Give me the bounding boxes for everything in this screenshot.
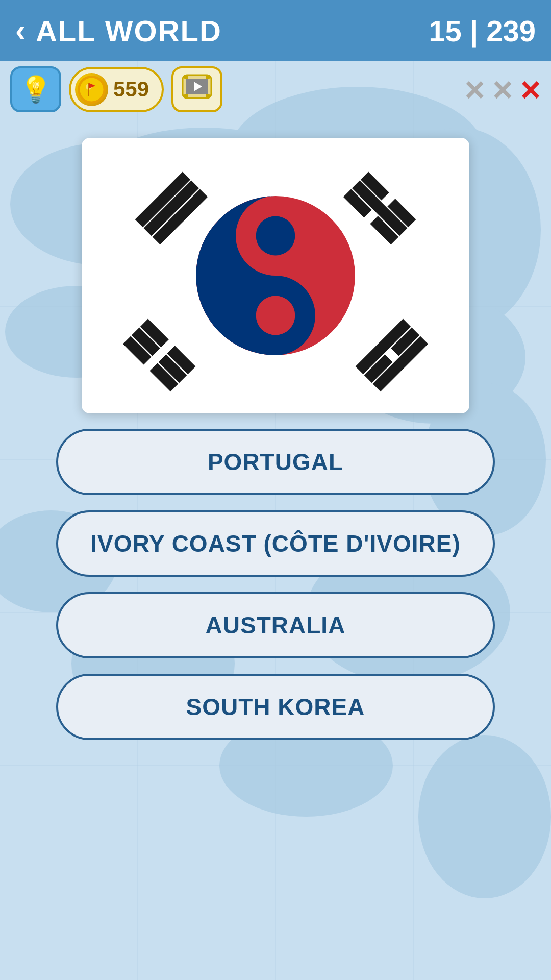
svg-rect-22 <box>88 83 89 96</box>
lightbulb-icon: 💡 <box>20 75 52 104</box>
answer-text-4: SOUTH KOREA <box>186 693 365 721</box>
header: ‹ ALL WORLD 15 | 239 <box>0 0 551 61</box>
main-content: PORTUGAL IVORY COAST (CÔTE D'IVOIRE) AUS… <box>0 117 551 761</box>
life-2: × <box>493 72 513 107</box>
film-icon <box>182 72 212 107</box>
answer-button-4[interactable]: SOUTH KOREA <box>56 674 495 740</box>
svg-point-51 <box>256 216 295 256</box>
page-title: ALL WORLD <box>36 14 222 48</box>
score-separator: | <box>470 14 486 47</box>
lives-section: × × × <box>465 72 541 107</box>
coins-count: 559 <box>113 77 149 102</box>
answer-button-3[interactable]: AUSTRALIA <box>56 592 495 658</box>
video-button[interactable] <box>171 66 222 112</box>
coins-badge: 559 <box>69 67 164 112</box>
score-total: 239 <box>486 14 536 47</box>
score-display: 15 | 239 <box>429 14 536 48</box>
flag-container <box>82 138 469 413</box>
answer-text-1: PORTUGAL <box>208 448 343 476</box>
flag-image <box>92 148 459 403</box>
toolbar: 💡 559 <box>0 61 551 117</box>
svg-rect-28 <box>184 94 188 98</box>
answer-text-2: IVORY COAST (CÔTE D'IVOIRE) <box>90 530 460 557</box>
svg-rect-27 <box>206 75 210 79</box>
svg-point-52 <box>256 296 295 335</box>
svg-rect-26 <box>184 75 188 79</box>
answer-button-2[interactable]: IVORY COAST (CÔTE D'IVOIRE) <box>56 510 495 577</box>
back-button[interactable]: ‹ <box>15 15 26 46</box>
score-current: 15 <box>429 14 462 47</box>
answer-button-1[interactable]: PORTUGAL <box>56 429 495 495</box>
life-1: × <box>465 72 485 107</box>
svg-rect-29 <box>206 94 210 98</box>
coin-icon <box>75 73 108 106</box>
svg-point-20 <box>80 78 104 101</box>
hint-button[interactable]: 💡 <box>10 66 61 112</box>
answer-text-3: AUSTRALIA <box>206 611 346 639</box>
life-3: × <box>520 72 541 107</box>
